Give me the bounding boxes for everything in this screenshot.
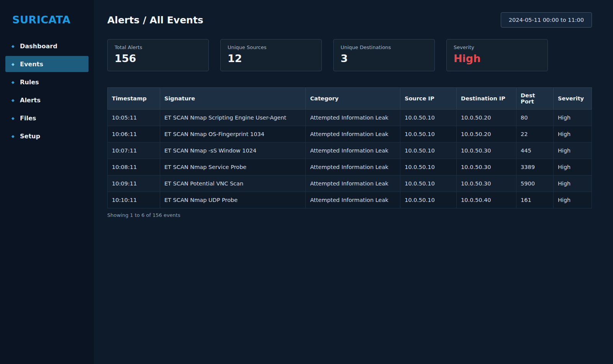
sidebar-item-files[interactable]: Files — [0, 110, 94, 126]
diamond-icon — [11, 116, 20, 120]
cell-category: Attempted Information Leak — [306, 175, 400, 192]
cell-source-ip: 10.0.50.10 — [400, 143, 457, 159]
sidebar-item-rules[interactable]: Rules — [0, 74, 94, 90]
stat-card-value: 12 — [228, 52, 315, 64]
cell-timestamp: 10:10:11 — [108, 192, 160, 208]
table-header-row: Timestamp Signature Category Source IP D… — [108, 88, 592, 110]
main-content: Alerts / All Events 2024-05-11 00:00 to … — [94, 0, 613, 218]
cell-signature: ET SCAN Nmap Scripting Engine User-Agent — [160, 110, 306, 126]
sidebar-item-setup[interactable]: Setup — [0, 128, 94, 144]
cell-signature: ET SCAN Nmap Service Probe — [160, 159, 306, 175]
cell-severity: High — [553, 143, 592, 159]
cell-timestamp: 10:08:11 — [108, 159, 160, 175]
stat-card-value: 3 — [341, 52, 428, 64]
cell-source-ip: 10.0.50.10 — [400, 159, 457, 175]
diamond-icon — [11, 62, 20, 66]
cell-category: Attempted Information Leak — [306, 159, 400, 175]
column-header-source-ip: Source IP — [400, 88, 457, 110]
sidebar-item-label: Dashboard — [20, 43, 57, 50]
column-header-severity: Severity — [553, 88, 592, 110]
cell-dest-port: 445 — [516, 143, 554, 159]
diamond-icon — [11, 44, 20, 48]
column-header-destination-ip: Destination IP — [457, 88, 516, 110]
column-header-timestamp: Timestamp — [108, 88, 160, 110]
sidebar-nav: Dashboard Events Rules Alerts Files Setu… — [0, 38, 94, 144]
page-title: Alerts / All Events — [107, 15, 203, 26]
stat-card-label: Unique Sources — [228, 44, 315, 50]
cell-severity: High — [553, 110, 592, 126]
sidebar: SURICATA Dashboard Events Rules Alerts F… — [0, 0, 94, 364]
cell-timestamp: 10:06:11 — [108, 126, 160, 143]
stat-card-value: 156 — [115, 52, 202, 64]
sidebar-item-label: Files — [20, 115, 36, 122]
table-row[interactable]: 10:09:11 ET SCAN Potential VNC Scan Atte… — [108, 175, 592, 192]
cell-source-ip: 10.0.50.10 — [400, 110, 457, 126]
cell-signature: ET SCAN Nmap UDP Probe — [160, 192, 306, 208]
cell-source-ip: 10.0.50.10 — [400, 126, 457, 143]
stat-card-value: High — [454, 52, 541, 64]
stat-card-unique-sources: Unique Sources 12 — [220, 39, 322, 71]
cell-dest-port: 161 — [516, 192, 554, 208]
cell-destination-ip: 10.0.50.20 — [457, 110, 516, 126]
sidebar-item-dashboard[interactable]: Dashboard — [0, 38, 94, 54]
cell-destination-ip: 10.0.50.30 — [457, 159, 516, 175]
diamond-icon — [11, 98, 20, 102]
cell-dest-port: 80 — [516, 110, 554, 126]
column-header-signature: Signature — [160, 88, 306, 110]
cell-source-ip: 10.0.50.10 — [400, 175, 457, 192]
table-footer-summary: Showing 1 to 6 of 156 events — [107, 212, 592, 218]
cell-severity: High — [553, 159, 592, 175]
cell-signature: ET SCAN Potential VNC Scan — [160, 175, 306, 192]
diamond-icon — [11, 80, 20, 84]
table-row[interactable]: 10:05:11 ET SCAN Nmap Scripting Engine U… — [108, 110, 592, 126]
events-table: Timestamp Signature Category Source IP D… — [107, 87, 592, 208]
sidebar-item-label: Alerts — [20, 97, 41, 104]
cell-timestamp: 10:05:11 — [108, 110, 160, 126]
stat-card-total-alerts: Total Alerts 156 — [107, 39, 209, 71]
cell-source-ip: 10.0.50.10 — [400, 192, 457, 208]
sidebar-item-label: Events — [20, 61, 43, 68]
cell-severity: High — [553, 175, 592, 192]
cell-dest-port: 5900 — [516, 175, 554, 192]
cell-signature: ET SCAN Nmap -sS Window 1024 — [160, 143, 306, 159]
sidebar-item-events[interactable]: Events — [5, 56, 89, 72]
cell-destination-ip: 10.0.50.20 — [457, 126, 516, 143]
column-header-category: Category — [306, 88, 400, 110]
sidebar-item-label: Setup — [20, 133, 40, 140]
sidebar-item-alerts[interactable]: Alerts — [0, 92, 94, 108]
stat-card-severity: Severity High — [446, 39, 548, 71]
stat-card-label: Severity — [454, 44, 541, 50]
date-range-button[interactable]: 2024-05-11 00:00 to 11:00 — [501, 12, 592, 28]
stat-card-label: Total Alerts — [115, 44, 202, 50]
app-logo: SURICATA — [0, 0, 94, 38]
cell-dest-port: 22 — [516, 126, 554, 143]
column-header-dest-port: Dest Port — [516, 88, 554, 110]
table-row[interactable]: 10:10:11 ET SCAN Nmap UDP Probe Attempte… — [108, 192, 592, 208]
cell-category: Attempted Information Leak — [306, 126, 400, 143]
cell-destination-ip: 10.0.50.30 — [457, 175, 516, 192]
cell-category: Attempted Information Leak — [306, 143, 400, 159]
cell-destination-ip: 10.0.50.40 — [457, 192, 516, 208]
sidebar-item-label: Rules — [20, 79, 39, 86]
cell-category: Attempted Information Leak — [306, 192, 400, 208]
table-row[interactable]: 10:06:11 ET SCAN Nmap OS-Fingerprint 103… — [108, 126, 592, 143]
cell-timestamp: 10:07:11 — [108, 143, 160, 159]
cell-category: Attempted Information Leak — [306, 110, 400, 126]
diamond-icon — [11, 134, 20, 138]
cell-dest-port: 3389 — [516, 159, 554, 175]
cell-timestamp: 10:09:11 — [108, 175, 160, 192]
page-header: Alerts / All Events 2024-05-11 00:00 to … — [107, 0, 592, 28]
cell-destination-ip: 10.0.50.30 — [457, 143, 516, 159]
cell-severity: High — [553, 192, 592, 208]
stat-card-label: Unique Destinations — [341, 44, 428, 50]
stat-cards: Total Alerts 156 Unique Sources 12 Uniqu… — [107, 39, 592, 71]
cell-signature: ET SCAN Nmap OS-Fingerprint 1034 — [160, 126, 306, 143]
stat-card-unique-destinations: Unique Destinations 3 — [333, 39, 435, 71]
table-row[interactable]: 10:08:11 ET SCAN Nmap Service Probe Atte… — [108, 159, 592, 175]
cell-severity: High — [553, 126, 592, 143]
table-row[interactable]: 10:07:11 ET SCAN Nmap -sS Window 1024 At… — [108, 143, 592, 159]
